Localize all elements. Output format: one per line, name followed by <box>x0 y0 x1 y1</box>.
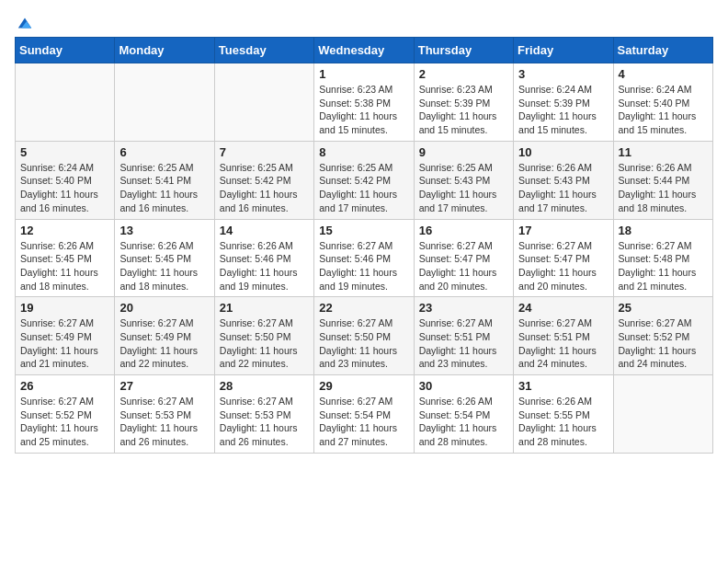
day-info: Sunrise: 6:27 AMSunset: 5:54 PMDaylight:… <box>319 395 408 449</box>
calendar-cell: 2Sunrise: 6:23 AMSunset: 5:39 PMDaylight… <box>414 63 513 142</box>
day-number: 14 <box>220 224 309 237</box>
day-info: Sunrise: 6:26 AMSunset: 5:44 PMDaylight:… <box>619 161 708 215</box>
day-info: Sunrise: 6:27 AMSunset: 5:50 PMDaylight:… <box>319 316 408 371</box>
calendar-cell: 19Sunrise: 6:27 AMSunset: 5:49 PMDayligh… <box>16 297 115 375</box>
day-number: 17 <box>518 224 608 237</box>
calendar-cell: 20Sunrise: 6:27 AMSunset: 5:49 PMDayligh… <box>115 297 214 375</box>
day-info: Sunrise: 6:26 AMSunset: 5:54 PMDaylight:… <box>419 395 508 449</box>
calendar-cell: 9Sunrise: 6:25 AMSunset: 5:43 PMDaylight… <box>414 141 513 219</box>
calendar-cell: 8Sunrise: 6:25 AMSunset: 5:42 PMDaylight… <box>314 141 414 219</box>
day-number: 7 <box>220 145 309 159</box>
calendar-week-3: 12Sunrise: 6:26 AMSunset: 5:45 PMDayligh… <box>16 219 713 297</box>
day-info: Sunrise: 6:27 AMSunset: 5:49 PMDaylight:… <box>119 316 209 371</box>
calendar-cell: 24Sunrise: 6:27 AMSunset: 5:51 PMDayligh… <box>514 297 613 375</box>
calendar-cell: 6Sunrise: 6:25 AMSunset: 5:41 PMDaylight… <box>115 141 214 219</box>
calendar-cell: 26Sunrise: 6:27 AMSunset: 5:52 PMDayligh… <box>16 375 115 454</box>
calendar-cell: 17Sunrise: 6:27 AMSunset: 5:47 PMDayligh… <box>514 219 613 297</box>
calendar-cell: 1Sunrise: 6:23 AMSunset: 5:38 PMDaylight… <box>314 63 414 142</box>
day-info: Sunrise: 6:27 AMSunset: 5:53 PMDaylight:… <box>119 395 209 449</box>
weekday-header-friday: Friday <box>514 38 613 63</box>
calendar-cell: 22Sunrise: 6:27 AMSunset: 5:50 PMDayligh… <box>314 297 414 375</box>
day-number: 15 <box>319 224 408 237</box>
calendar-cell: 13Sunrise: 6:26 AMSunset: 5:45 PMDayligh… <box>115 219 214 297</box>
calendar-cell <box>613 375 712 454</box>
day-number: 25 <box>619 301 708 315</box>
calendar-table: SundayMondayTuesdayWednesdayThursdayFrid… <box>15 37 713 454</box>
day-info: Sunrise: 6:25 AMSunset: 5:43 PMDaylight:… <box>419 161 508 215</box>
calendar-cell: 21Sunrise: 6:27 AMSunset: 5:50 PMDayligh… <box>214 297 313 375</box>
day-number: 3 <box>518 67 608 81</box>
calendar-cell <box>115 63 214 142</box>
day-number: 28 <box>220 379 309 393</box>
day-number: 18 <box>619 224 708 237</box>
day-info: Sunrise: 6:27 AMSunset: 5:47 PMDaylight:… <box>518 239 608 293</box>
weekday-header-sunday: Sunday <box>16 38 115 63</box>
weekday-header-monday: Monday <box>115 38 214 63</box>
calendar-cell: 11Sunrise: 6:26 AMSunset: 5:44 PMDayligh… <box>613 141 712 219</box>
calendar-cell: 23Sunrise: 6:27 AMSunset: 5:51 PMDayligh… <box>414 297 513 375</box>
day-info: Sunrise: 6:26 AMSunset: 5:46 PMDaylight:… <box>220 239 309 293</box>
day-number: 23 <box>419 301 508 315</box>
day-info: Sunrise: 6:25 AMSunset: 5:42 PMDaylight:… <box>220 161 309 215</box>
calendar-cell <box>16 63 115 142</box>
day-number: 13 <box>119 224 209 237</box>
calendar-cell <box>214 63 313 142</box>
day-info: Sunrise: 6:24 AMSunset: 5:40 PMDaylight:… <box>619 83 708 137</box>
day-number: 31 <box>518 379 608 393</box>
calendar-week-1: 1Sunrise: 6:23 AMSunset: 5:38 PMDaylight… <box>16 63 713 142</box>
day-info: Sunrise: 6:23 AMSunset: 5:38 PMDaylight:… <box>319 83 408 137</box>
calendar-cell: 30Sunrise: 6:26 AMSunset: 5:54 PMDayligh… <box>414 375 513 454</box>
day-info: Sunrise: 6:26 AMSunset: 5:55 PMDaylight:… <box>518 395 608 449</box>
calendar-cell: 28Sunrise: 6:27 AMSunset: 5:53 PMDayligh… <box>214 375 313 454</box>
weekday-header-saturday: Saturday <box>613 38 712 63</box>
day-number: 21 <box>220 301 309 315</box>
day-number: 6 <box>119 145 209 159</box>
day-number: 19 <box>20 301 109 315</box>
day-info: Sunrise: 6:27 AMSunset: 5:53 PMDaylight:… <box>220 395 309 449</box>
calendar-cell: 25Sunrise: 6:27 AMSunset: 5:52 PMDayligh… <box>613 297 712 375</box>
day-number: 30 <box>419 379 508 393</box>
day-number: 27 <box>119 379 209 393</box>
day-number: 24 <box>518 301 608 315</box>
day-number: 5 <box>20 145 109 159</box>
day-info: Sunrise: 6:27 AMSunset: 5:46 PMDaylight:… <box>319 239 408 293</box>
calendar-cell: 3Sunrise: 6:24 AMSunset: 5:39 PMDaylight… <box>514 63 613 142</box>
day-info: Sunrise: 6:25 AMSunset: 5:41 PMDaylight:… <box>119 161 209 215</box>
calendar-cell: 12Sunrise: 6:26 AMSunset: 5:45 PMDayligh… <box>16 219 115 297</box>
day-number: 26 <box>20 379 109 393</box>
day-info: Sunrise: 6:27 AMSunset: 5:52 PMDaylight:… <box>619 316 708 371</box>
day-info: Sunrise: 6:26 AMSunset: 5:43 PMDaylight:… <box>518 161 608 215</box>
calendar-cell: 10Sunrise: 6:26 AMSunset: 5:43 PMDayligh… <box>514 141 613 219</box>
day-info: Sunrise: 6:27 AMSunset: 5:50 PMDaylight:… <box>220 316 309 371</box>
day-number: 16 <box>419 224 508 237</box>
day-info: Sunrise: 6:23 AMSunset: 5:39 PMDaylight:… <box>419 83 508 137</box>
calendar-cell: 27Sunrise: 6:27 AMSunset: 5:53 PMDayligh… <box>115 375 214 454</box>
calendar-cell: 16Sunrise: 6:27 AMSunset: 5:47 PMDayligh… <box>414 219 513 297</box>
day-number: 11 <box>619 145 708 159</box>
day-info: Sunrise: 6:27 AMSunset: 5:47 PMDaylight:… <box>419 239 508 293</box>
day-info: Sunrise: 6:27 AMSunset: 5:48 PMDaylight:… <box>619 239 708 293</box>
calendar-week-5: 26Sunrise: 6:27 AMSunset: 5:52 PMDayligh… <box>16 375 713 454</box>
calendar-cell: 15Sunrise: 6:27 AMSunset: 5:46 PMDayligh… <box>314 219 414 297</box>
weekday-header-wednesday: Wednesday <box>314 38 414 63</box>
day-number: 22 <box>319 301 408 315</box>
calendar-cell: 4Sunrise: 6:24 AMSunset: 5:40 PMDaylight… <box>613 63 712 142</box>
day-number: 8 <box>319 145 408 159</box>
day-info: Sunrise: 6:27 AMSunset: 5:52 PMDaylight:… <box>20 395 109 449</box>
day-info: Sunrise: 6:24 AMSunset: 5:39 PMDaylight:… <box>518 83 608 137</box>
day-number: 12 <box>20 224 109 237</box>
weekday-header-tuesday: Tuesday <box>214 38 313 63</box>
calendar-week-4: 19Sunrise: 6:27 AMSunset: 5:49 PMDayligh… <box>16 297 713 375</box>
day-number: 2 <box>419 67 508 81</box>
calendar-cell: 14Sunrise: 6:26 AMSunset: 5:46 PMDayligh… <box>214 219 313 297</box>
day-info: Sunrise: 6:27 AMSunset: 5:49 PMDaylight:… <box>20 316 109 371</box>
calendar-cell: 7Sunrise: 6:25 AMSunset: 5:42 PMDaylight… <box>214 141 313 219</box>
day-info: Sunrise: 6:25 AMSunset: 5:42 PMDaylight:… <box>319 161 408 215</box>
day-info: Sunrise: 6:24 AMSunset: 5:40 PMDaylight:… <box>20 161 109 215</box>
weekday-header-row: SundayMondayTuesdayWednesdayThursdayFrid… <box>16 38 713 63</box>
day-number: 29 <box>319 379 408 393</box>
weekday-header-thursday: Thursday <box>414 38 513 63</box>
day-info: Sunrise: 6:27 AMSunset: 5:51 PMDaylight:… <box>518 316 608 371</box>
day-number: 20 <box>119 301 209 315</box>
day-info: Sunrise: 6:27 AMSunset: 5:51 PMDaylight:… <box>419 316 508 371</box>
